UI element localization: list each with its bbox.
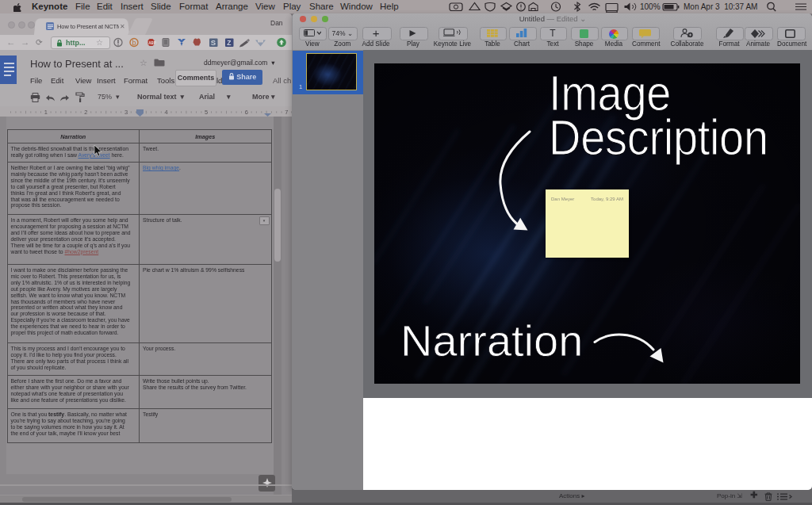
svg-text:100%: 100%: [640, 2, 661, 11]
svg-text:b: b: [132, 39, 136, 47]
svg-text:Z: Z: [227, 39, 231, 47]
svg-text:S: S: [211, 38, 216, 47]
svg-text:ABP: ABP: [148, 41, 156, 45]
svg-text:7: 7: [285, 109, 288, 116]
svg-text:2: 2: [84, 109, 87, 116]
svg-text:3: 3: [124, 109, 128, 116]
svg-text:Mon Apr 3 10:37 AM: Mon Apr 3 10:37 AM: [684, 2, 757, 11]
svg-text:6: 6: [245, 109, 248, 116]
svg-text:1: 1: [44, 109, 48, 116]
svg-text:5: 5: [205, 109, 208, 116]
svg-text:4: 4: [165, 109, 168, 116]
